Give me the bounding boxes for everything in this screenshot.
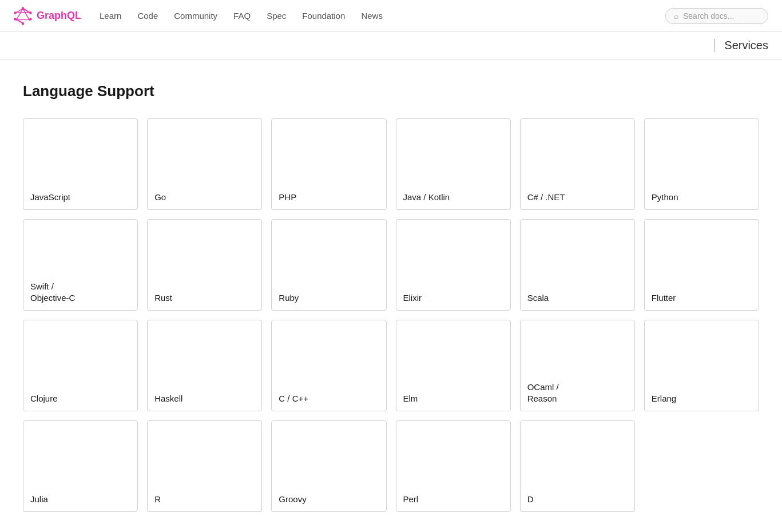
language-logo-csharp-dotnet: [527, 126, 628, 187]
svg-point-1: [22, 7, 25, 10]
language-logo-ocaml-reason: [527, 327, 628, 377]
language-label-groovy: Groovy: [279, 494, 379, 505]
svg-point-3: [14, 18, 17, 21]
language-card-c-cpp[interactable]: C / C++: [271, 320, 386, 411]
language-card-ruby[interactable]: Ruby: [271, 219, 386, 311]
search-icon: ⌕: [674, 11, 678, 21]
language-label-ocaml-reason: OCaml /Reason: [527, 382, 628, 404]
language-card-ocaml-reason[interactable]: OCaml /Reason: [520, 320, 635, 411]
logo-link[interactable]: GraphQL: [14, 7, 81, 25]
language-card-groovy[interactable]: Groovy: [271, 420, 386, 512]
language-card-elm[interactable]: Elm: [396, 320, 511, 411]
language-label-php: PHP: [279, 192, 379, 203]
graphql-logo-icon: [14, 7, 32, 25]
language-card-go[interactable]: Go: [147, 118, 262, 210]
language-label-swift-objc: Swift /Objective-C: [30, 281, 130, 303]
language-label-ruby: Ruby: [279, 292, 379, 304]
language-card-elixir[interactable]: Elixir: [396, 219, 511, 311]
language-label-erlang: Erlang: [652, 393, 752, 404]
language-logo-java-kotlin: [403, 126, 503, 187]
language-label-elixir: Elixir: [403, 292, 503, 304]
services-bar: Services: [0, 32, 782, 59]
language-label-clojure: Clojure: [30, 393, 130, 404]
language-label-haskell: Haskell: [154, 393, 255, 404]
main-content: Language Support JavaScriptGoPHPJava / K…: [0, 59, 782, 532]
svg-point-0: [22, 22, 25, 25]
language-card-flutter[interactable]: Flutter: [644, 219, 759, 311]
services-label: Services: [714, 39, 768, 52]
language-logo-javascript: [30, 126, 130, 187]
language-logo-julia: [30, 428, 130, 489]
language-logo-php: [279, 126, 379, 187]
language-logo-haskell: [154, 327, 255, 388]
language-label-elm: Elm: [403, 393, 503, 404]
language-card-scala[interactable]: Scala: [520, 219, 635, 311]
language-label-flutter: Flutter: [652, 292, 752, 304]
language-logo-rust: [154, 227, 255, 288]
language-card-erlang[interactable]: Erlang: [644, 320, 759, 411]
language-label-csharp-dotnet: C# / .NET: [527, 192, 628, 203]
language-logo-flutter: [652, 227, 752, 288]
language-card-swift-objc[interactable]: Swift /Objective-C: [23, 219, 138, 311]
language-logo-scala: [527, 227, 628, 288]
language-logo-elixir: [403, 227, 503, 288]
language-card-java-kotlin[interactable]: Java / Kotlin: [396, 118, 511, 210]
nav-spec[interactable]: Spec: [267, 11, 286, 21]
language-logo-r: [154, 428, 255, 489]
search-placeholder: Search docs...: [683, 11, 735, 21]
language-label-julia: Julia: [30, 494, 130, 505]
language-logo-erlang: [652, 327, 752, 388]
language-logo-python: [652, 126, 752, 187]
language-card-python[interactable]: Python: [644, 118, 759, 210]
svg-point-4: [29, 11, 32, 14]
language-card-julia[interactable]: Julia: [23, 420, 138, 512]
language-logo-ruby: [279, 227, 379, 288]
svg-point-2: [29, 18, 32, 21]
language-grid: JavaScriptGoPHPJava / KotlinC# / .NETPyt…: [23, 118, 759, 512]
language-card-perl[interactable]: Perl: [396, 420, 511, 512]
nav-links: Learn Code Community FAQ Spec Foundation…: [100, 11, 665, 21]
language-logo-d: [527, 428, 628, 489]
language-card-r[interactable]: R: [147, 420, 262, 512]
nav-code[interactable]: Code: [137, 11, 158, 21]
language-logo-perl: [403, 428, 503, 489]
language-label-scala: Scala: [527, 292, 628, 304]
language-card-javascript[interactable]: JavaScript: [23, 118, 138, 210]
language-card-csharp-dotnet[interactable]: C# / .NET: [520, 118, 635, 210]
language-label-go: Go: [154, 192, 255, 203]
search-bar[interactable]: ⌕ Search docs...: [665, 8, 768, 24]
language-logo-swift-objc: [30, 227, 130, 276]
language-logo-c-cpp: [279, 327, 379, 388]
svg-point-5: [14, 11, 17, 14]
nav-faq[interactable]: FAQ: [233, 11, 251, 21]
language-card-d[interactable]: D: [520, 420, 635, 512]
language-label-rust: Rust: [154, 292, 255, 304]
language-label-c-cpp: C / C++: [279, 393, 379, 404]
nav-community[interactable]: Community: [174, 11, 217, 21]
language-card-rust[interactable]: Rust: [147, 219, 262, 311]
language-card-haskell[interactable]: Haskell: [147, 320, 262, 411]
language-label-javascript: JavaScript: [30, 192, 130, 203]
language-label-r: R: [154, 494, 255, 505]
language-logo-elm: [403, 327, 503, 388]
logo-text: GraphQL: [37, 10, 81, 22]
language-logo-groovy: [279, 428, 379, 489]
nav-news[interactable]: News: [361, 11, 383, 21]
navbar: GraphQL Learn Code Community FAQ Spec Fo…: [0, 0, 782, 32]
language-label-d: D: [527, 494, 628, 505]
language-logo-go: [154, 126, 255, 187]
language-card-clojure[interactable]: Clojure: [23, 320, 138, 411]
language-label-perl: Perl: [403, 494, 503, 505]
nav-learn[interactable]: Learn: [100, 11, 121, 21]
language-card-php[interactable]: PHP: [271, 118, 386, 210]
section-title: Language Support: [23, 82, 759, 100]
language-label-python: Python: [652, 192, 752, 203]
nav-foundation[interactable]: Foundation: [302, 11, 345, 21]
language-logo-clojure: [30, 327, 130, 388]
language-label-java-kotlin: Java / Kotlin: [403, 192, 503, 203]
